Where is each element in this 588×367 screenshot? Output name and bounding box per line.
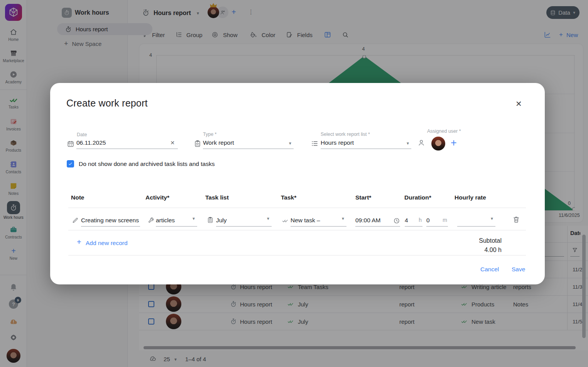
table-header-divider	[68, 208, 526, 208]
task-select[interactable]: New task – ▼	[291, 213, 346, 227]
task-value: New task –	[291, 217, 320, 224]
duration-hours-value: 4	[405, 217, 408, 224]
duration-minutes-value: 0	[426, 217, 430, 224]
table-row-divider	[68, 230, 526, 230]
col-header-task-list: Task list	[205, 194, 229, 201]
caret-down-icon: ▼	[266, 216, 270, 221]
caret-down-icon: ▼	[341, 216, 345, 221]
date-field[interactable]: 06.11.2025 ✕	[76, 136, 178, 149]
col-header-note: Note	[71, 194, 84, 201]
save-button[interactable]: Save	[512, 266, 525, 273]
pencil-icon	[72, 217, 79, 224]
task-list-select[interactable]: July ▼	[216, 213, 272, 227]
caret-down-icon: ▼	[490, 216, 494, 221]
clock-icon[interactable]	[393, 217, 400, 224]
type-value: Work report	[203, 139, 234, 146]
assigned-user-label: Assigned user *	[427, 129, 461, 134]
report-list-select[interactable]: Hours report ▼	[321, 136, 411, 149]
cancel-button[interactable]: Cancel	[480, 266, 499, 273]
add-new-record-button[interactable]: Add new record	[86, 240, 128, 247]
col-header-hourly-rate: Hourly rate	[455, 194, 486, 201]
caret-down-icon: ▼	[288, 141, 292, 145]
hide-done-checkbox-label: Do not show done and archived task lists…	[79, 161, 215, 167]
duration-hours-input[interactable]: 4 h	[405, 213, 422, 227]
caret-down-icon: ▼	[192, 216, 196, 221]
clear-date-icon[interactable]: ✕	[170, 140, 175, 146]
add-assignee-button[interactable]: +	[451, 138, 457, 148]
wrench-icon	[147, 217, 154, 224]
col-header-activity: Activity*	[145, 194, 169, 201]
start-time-value: 09:00 AM	[355, 217, 381, 224]
clipboard-icon	[194, 140, 201, 147]
note-value: Creating new screens f	[81, 217, 140, 224]
delete-row-icon[interactable]	[512, 216, 520, 223]
caret-down-icon: ▼	[406, 141, 410, 145]
assigned-user-avatar[interactable]	[431, 137, 445, 151]
subtotal-value: 4.00 h	[428, 247, 502, 254]
col-header-start: Start*	[355, 194, 371, 201]
col-header-duration: Duration*	[404, 194, 431, 201]
double-check-icon	[282, 217, 289, 224]
hourly-rate-select[interactable]: ▼	[457, 213, 495, 227]
type-select[interactable]: Work report ▼	[203, 136, 294, 149]
hours-unit-label: h	[419, 217, 422, 223]
activity-select[interactable]: articles ▼	[156, 213, 197, 227]
task-list-value: July	[216, 217, 227, 224]
check-icon	[68, 161, 73, 166]
person-icon[interactable]	[417, 139, 426, 147]
minutes-unit-label: m	[443, 217, 447, 223]
close-icon[interactable]: ✕	[515, 100, 522, 108]
date-value: 06.11.2025	[76, 139, 106, 146]
modal-title: Create work report	[66, 98, 148, 109]
list-icon	[311, 140, 319, 147]
duration-minutes-input[interactable]: 0 m	[426, 213, 448, 227]
footer-divider	[68, 255, 526, 255]
hide-done-checkbox[interactable]	[67, 160, 74, 167]
start-time-input[interactable]: 09:00 AM	[355, 213, 400, 227]
subtotal-label: Subtotal	[428, 237, 502, 244]
app-root: Home Marketplace Academy Tasks Invoices …	[0, 0, 588, 367]
note-input[interactable]: Creating new screens f	[81, 213, 140, 227]
col-header-task: Task*	[281, 194, 296, 201]
plus-icon: +	[77, 238, 81, 246]
activity-value: articles	[156, 217, 175, 224]
clipboard-icon	[207, 216, 214, 223]
report-list-value: Hours report	[321, 139, 354, 146]
create-work-report-modal: Create work report ✕ Date 06.11.2025 ✕ T…	[50, 83, 545, 284]
calendar-icon	[67, 140, 74, 148]
